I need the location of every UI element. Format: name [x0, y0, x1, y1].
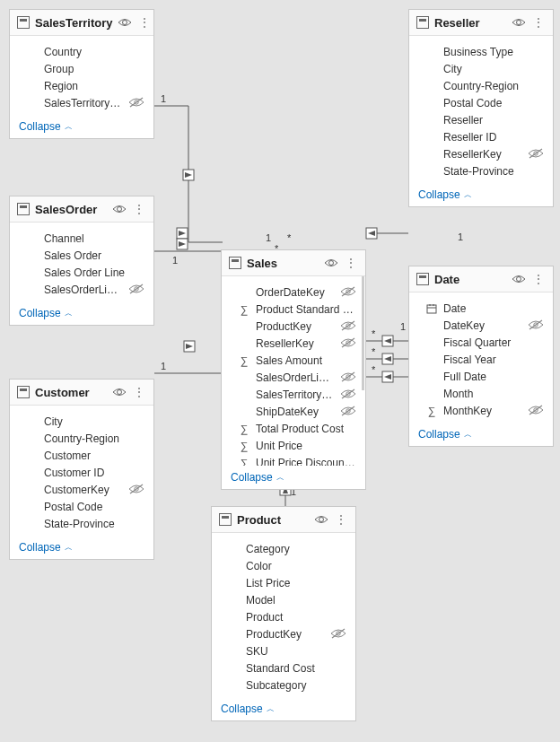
field-row[interactable]: Standard Cost: [215, 659, 352, 677]
field-row[interactable]: Fiscal Quarter: [413, 334, 549, 351]
table-title: Reseller: [434, 16, 506, 30]
hidden-icon: [340, 337, 356, 350]
field-label: SalesTerritoryKey: [44, 97, 123, 109]
field-row[interactable]: ∑Sales Amount: [225, 352, 362, 369]
field-label: Date: [443, 302, 544, 315]
svg-marker-24: [384, 356, 391, 362]
field-row[interactable]: City: [413, 60, 549, 77]
field-row[interactable]: SalesOrderLineKey: [13, 281, 150, 298]
field-row[interactable]: DateKey: [413, 317, 549, 334]
collapse-link[interactable]: Collapse︿: [10, 301, 153, 325]
table-sales[interactable]: Sales ⋮ OrderDateKey∑Product Standard Co…: [221, 249, 366, 490]
field-label: Category: [246, 543, 346, 555]
more-icon[interactable]: ⋮: [132, 202, 146, 216]
field-row[interactable]: Country: [13, 43, 150, 60]
field-row[interactable]: ∑Total Product Cost: [225, 420, 362, 437]
field-row[interactable]: Business Type: [413, 43, 549, 60]
visibility-icon[interactable]: [118, 15, 132, 30]
visibility-icon[interactable]: [324, 256, 338, 270]
collapse-link[interactable]: Collapse︿: [10, 115, 153, 138]
svg-marker-3: [185, 172, 192, 178]
collapse-link[interactable]: Collapse︿: [409, 423, 553, 446]
more-icon[interactable]: ⋮: [137, 15, 152, 30]
table-customer[interactable]: Customer ⋮ CityCountry-RegionCustomerCus…: [9, 379, 154, 560]
blank-icon: [425, 148, 438, 161]
field-row[interactable]: CustomerKey: [13, 481, 150, 498]
field-row[interactable]: SalesTerritoryKey: [225, 386, 362, 403]
collapse-link[interactable]: Collapse︿: [212, 697, 355, 720]
field-row[interactable]: Customer: [13, 447, 150, 464]
field-row[interactable]: Model: [215, 591, 352, 608]
field-row[interactable]: ResellerKey: [413, 145, 549, 162]
field-row[interactable]: Reseller ID: [413, 128, 549, 145]
model-canvas[interactable]: 1 1 1 * 1 1 * 1 * * *: [0, 0, 560, 742]
field-label: Business Type: [443, 46, 544, 58]
field-row[interactable]: ∑Product Standard Cost: [225, 301, 362, 318]
field-row[interactable]: Month: [413, 385, 549, 402]
blank-icon: [425, 97, 438, 109]
table-sales-order[interactable]: SalesOrder ⋮ ChannelSales OrderSales Ord…: [9, 196, 154, 326]
field-row[interactable]: Category: [215, 540, 352, 557]
blank-icon: [26, 518, 39, 530]
field-row[interactable]: State-Province: [413, 162, 549, 179]
field-row[interactable]: Fiscal Year: [413, 351, 549, 368]
field-row[interactable]: ∑Unit Price Discount Pct: [225, 454, 362, 466]
more-icon[interactable]: ⋮: [334, 512, 348, 527]
field-row[interactable]: ResellerKey: [225, 335, 362, 352]
hidden-icon: [330, 628, 346, 641]
field-row[interactable]: Reseller: [413, 111, 549, 128]
field-row[interactable]: Customer ID: [13, 464, 150, 481]
field-row[interactable]: Country-Region: [13, 430, 150, 447]
visibility-icon[interactable]: [112, 385, 127, 399]
field-row[interactable]: Postal Code: [13, 498, 150, 515]
field-row[interactable]: Sales Order: [13, 247, 150, 264]
more-icon[interactable]: ⋮: [531, 15, 546, 30]
more-icon[interactable]: ⋮: [132, 385, 146, 399]
field-label: SalesOrderLineKey: [256, 371, 335, 384]
field-row[interactable]: SalesTerritoryKey: [13, 94, 150, 111]
table-reseller[interactable]: Reseller ⋮ Business TypeCityCountry-Regi…: [408, 9, 554, 207]
field-row[interactable]: Date: [413, 300, 549, 317]
table-sales-territory[interactable]: SalesTerritory ⋮ CountryGroupRegionSales…: [9, 9, 154, 139]
blank-icon: [228, 662, 241, 675]
svg-marker-26: [384, 374, 391, 380]
field-row[interactable]: ∑MonthKey: [413, 402, 549, 419]
collapse-link[interactable]: Collapse︿: [10, 536, 153, 559]
field-row[interactable]: List Price: [215, 574, 352, 591]
field-row[interactable]: Country-Region: [413, 77, 549, 94]
field-label: Sales Order Line: [44, 266, 144, 279]
field-row[interactable]: ShipDateKey: [225, 403, 362, 420]
table-product[interactable]: Product ⋮ CategoryColorList PriceModelPr…: [211, 506, 356, 721]
field-row[interactable]: ProductKey: [225, 318, 362, 335]
field-row[interactable]: State-Province: [13, 515, 150, 532]
visibility-icon[interactable]: [512, 15, 526, 30]
field-row[interactable]: Product: [215, 608, 352, 625]
blank-icon: [238, 320, 250, 333]
field-row[interactable]: SalesOrderLineKey: [225, 369, 362, 386]
field-row[interactable]: City: [13, 413, 150, 430]
blank-icon: [26, 266, 39, 279]
collapse-link[interactable]: Collapse︿: [222, 466, 365, 489]
visibility-icon[interactable]: [512, 272, 526, 286]
collapse-link[interactable]: Collapse︿: [409, 183, 553, 206]
more-icon[interactable]: ⋮: [531, 272, 546, 286]
field-row[interactable]: Postal Code: [413, 94, 549, 111]
field-row[interactable]: SKU: [215, 642, 352, 659]
visibility-icon[interactable]: [112, 202, 127, 216]
field-row[interactable]: Color: [215, 557, 352, 574]
field-row[interactable]: Full Date: [413, 368, 549, 385]
field-row[interactable]: Region: [13, 77, 150, 94]
more-icon[interactable]: ⋮: [344, 256, 358, 270]
table-date[interactable]: Date ⋮ DateDateKeyFiscal QuarterFiscal Y…: [408, 266, 554, 447]
field-row[interactable]: OrderDateKey: [225, 284, 362, 301]
field-row[interactable]: ProductKey: [215, 625, 352, 642]
blank-icon: [425, 114, 438, 127]
field-row[interactable]: Sales Order Line: [13, 264, 150, 281]
visibility-icon[interactable]: [314, 512, 328, 527]
field-row[interactable]: Subcategory: [215, 677, 352, 694]
field-row[interactable]: ∑Unit Price: [225, 437, 362, 454]
field-row[interactable]: Channel: [13, 230, 150, 247]
field-row[interactable]: Group: [13, 60, 150, 77]
hidden-icon: [340, 406, 356, 418]
blank-icon: [26, 450, 39, 462]
